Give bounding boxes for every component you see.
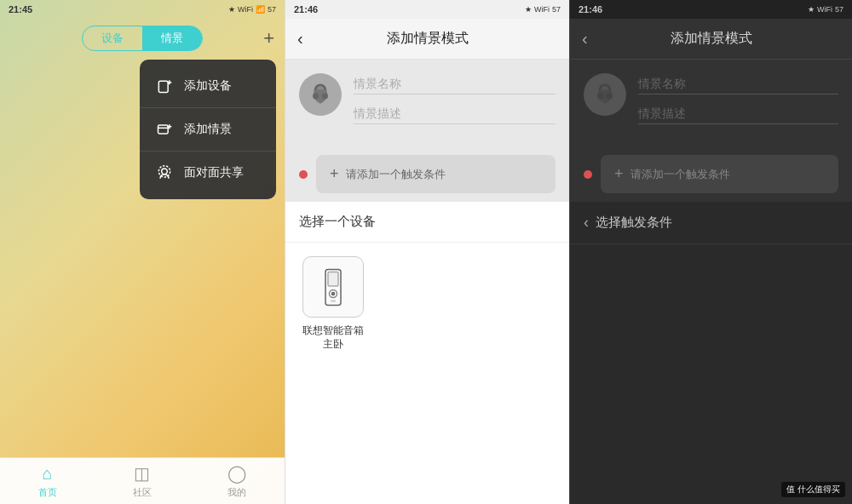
status-time-3: 21:46 bbox=[579, 4, 602, 14]
panel2-select-title: 选择一个设备 bbox=[285, 202, 569, 243]
panel-2: 21:46 ★ WiFi 57 ‹ 添加情景模式 bbox=[285, 0, 569, 504]
panel2-device-grid: 联想智能音箱 主卧 bbox=[285, 243, 569, 364]
svg-point-7 bbox=[162, 169, 168, 175]
panel3-trigger-section: + 请添加一个触发条件 bbox=[570, 146, 852, 202]
wifi-icon-2: WiFi bbox=[534, 5, 550, 14]
device-icon-speaker bbox=[302, 256, 364, 318]
status-icons-1: ★ WiFi 📶 57 bbox=[228, 5, 276, 14]
trigger-dot-3 bbox=[584, 170, 592, 179]
menu-item-add-scene[interactable]: 添加情景 bbox=[140, 108, 276, 152]
panel3-back-button[interactable]: ‹ bbox=[582, 29, 588, 49]
nav-community[interactable]: ◫ 社区 bbox=[95, 458, 189, 504]
scene-avatar-3 bbox=[584, 73, 626, 116]
menu-add-scene-label: 添加情景 bbox=[184, 122, 232, 137]
battery-icon-2: 57 bbox=[552, 5, 561, 14]
wifi-icon: WiFi bbox=[238, 5, 253, 14]
status-icons-2: ★ WiFi 57 bbox=[525, 5, 561, 14]
tab-scene[interactable]: 情景 bbox=[142, 26, 202, 50]
bt-icon-2: ★ bbox=[525, 5, 532, 14]
tab-bar-1: 设备 情景 + bbox=[0, 19, 285, 58]
nav-profile-label: 我的 bbox=[227, 486, 246, 499]
panel3-form bbox=[570, 60, 852, 146]
battery-icon: 57 bbox=[268, 5, 276, 14]
tab-group: 设备 情景 bbox=[82, 26, 203, 51]
nav-community-label: 社区 bbox=[133, 486, 152, 499]
panel3-select-header: ‹ 选择触发条件 bbox=[570, 202, 852, 244]
scene-avatar-2 bbox=[299, 73, 342, 116]
plus-button[interactable]: + bbox=[263, 29, 274, 48]
signal-icon: 📶 bbox=[256, 5, 265, 14]
nav-profile[interactable]: ◯ 我的 bbox=[190, 458, 285, 504]
panel3-select-title: 选择触发条件 bbox=[596, 215, 672, 231]
bt-icon-3: ★ bbox=[808, 5, 815, 14]
add-scene-icon bbox=[155, 120, 174, 139]
trigger-dot-2 bbox=[299, 170, 308, 179]
status-icons-3: ★ WiFi 57 bbox=[808, 5, 843, 14]
panel3-header: ‹ 添加情景模式 bbox=[570, 19, 852, 60]
status-bar-2: 21:46 ★ WiFi 57 bbox=[285, 0, 569, 19]
add-device-icon bbox=[155, 77, 174, 95]
status-time-1: 21:45 bbox=[9, 4, 32, 14]
panel2-title: 添加情景模式 bbox=[387, 30, 469, 48]
menu-item-face-share[interactable]: 面对面共享 bbox=[140, 152, 276, 194]
status-time-2: 21:46 bbox=[294, 4, 318, 14]
scene-desc-input-3[interactable] bbox=[638, 103, 838, 124]
trigger-label-3: 请添加一个触发条件 bbox=[630, 167, 730, 182]
device-card-speaker[interactable]: 联想智能音箱 主卧 bbox=[299, 256, 367, 351]
bottom-nav: ⌂ 首页 ◫ 社区 ◯ 我的 bbox=[0, 457, 285, 504]
wifi-icon-3: WiFi bbox=[817, 5, 832, 14]
trigger-add-btn-3[interactable]: + 请添加一个触发条件 bbox=[601, 155, 838, 193]
home-icon: ⌂ bbox=[43, 464, 53, 484]
dropdown-menu: 添加设备 添加情景 面对面共享 bbox=[140, 60, 276, 199]
panel3-title: 添加情景模式 bbox=[671, 30, 752, 48]
watermark: 值 什么值得买 bbox=[781, 482, 845, 497]
status-bar-3: 21:46 ★ WiFi 57 bbox=[570, 0, 852, 19]
community-icon: ◫ bbox=[134, 463, 150, 484]
svg-point-20 bbox=[597, 93, 603, 99]
nav-home[interactable]: ⌂ 首页 bbox=[0, 458, 95, 504]
trigger-add-btn-2[interactable]: + 请添加一个触发条件 bbox=[316, 155, 556, 193]
face-share-icon bbox=[155, 163, 174, 182]
device-name-speaker: 联想智能音箱 主卧 bbox=[302, 324, 364, 351]
battery-icon-3: 57 bbox=[835, 5, 843, 14]
menu-add-device-label: 添加设备 bbox=[184, 78, 232, 94]
tab-device[interactable]: 设备 bbox=[83, 26, 142, 50]
svg-rect-14 bbox=[328, 272, 338, 286]
panel2-form bbox=[285, 60, 569, 146]
svg-rect-0 bbox=[158, 81, 168, 92]
svg-rect-17 bbox=[331, 300, 336, 301]
svg-point-16 bbox=[332, 292, 335, 295]
panel2-select-area: 选择一个设备 联想智能音箱 主卧 bbox=[285, 202, 569, 504]
svg-point-8 bbox=[158, 166, 170, 177]
svg-point-12 bbox=[322, 93, 328, 99]
status-bar-1: 21:45 ★ WiFi 📶 57 bbox=[0, 0, 285, 19]
svg-point-11 bbox=[313, 93, 319, 99]
trigger-label-2: 请添加一个触发条件 bbox=[346, 167, 446, 182]
scene-desc-input[interactable] bbox=[354, 103, 556, 124]
panel3-select-area: ‹ 选择触发条件 bbox=[570, 202, 852, 504]
panel-3: 21:46 ★ WiFi 57 ‹ 添加情景模式 bbox=[569, 0, 852, 504]
panel2-header: ‹ 添加情景模式 bbox=[285, 19, 569, 60]
panel3-select-back[interactable]: ‹ bbox=[584, 214, 589, 232]
panel-1: 21:45 ★ WiFi 📶 57 设备 情景 + 添加设备 bbox=[0, 0, 285, 504]
bluetooth-icon: ★ bbox=[228, 5, 235, 14]
panel3-fields bbox=[638, 73, 838, 133]
scene-name-input-3[interactable] bbox=[638, 73, 838, 94]
svg-point-21 bbox=[607, 93, 613, 99]
panel2-fields bbox=[354, 73, 556, 133]
panel2-back-button[interactable]: ‹ bbox=[297, 29, 303, 49]
menu-face-share-label: 面对面共享 bbox=[184, 165, 244, 180]
profile-icon: ◯ bbox=[227, 463, 246, 484]
trigger-plus-icon-3: + bbox=[614, 165, 624, 183]
scene-name-input[interactable] bbox=[354, 73, 556, 94]
menu-item-add-device[interactable]: 添加设备 bbox=[140, 65, 276, 108]
trigger-plus-icon-2: + bbox=[330, 165, 339, 183]
panel2-trigger-section: + 请添加一个触发条件 bbox=[285, 146, 569, 202]
svg-rect-3 bbox=[158, 125, 169, 134]
nav-home-label: 首页 bbox=[38, 486, 57, 499]
